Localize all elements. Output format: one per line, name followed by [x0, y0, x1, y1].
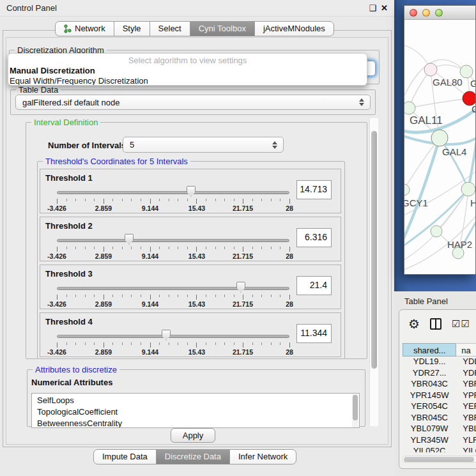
- minimize-traffic-light-icon[interactable]: [422, 9, 430, 17]
- float-window-icon[interactable]: ❑: [369, 3, 376, 13]
- dropdown-prompt: Select algorithm to view settings: [8, 54, 367, 65]
- tab-network[interactable]: Network: [55, 21, 114, 36]
- settings-scrollbar-track[interactable]: [369, 118, 378, 426]
- threshold-1-label: Threshold 1: [45, 173, 93, 183]
- table-row[interactable]: YIL052CYIL0: [403, 446, 476, 452]
- threshold-3-label: Threshold 3: [45, 269, 93, 279]
- tab-select[interactable]: Select: [150, 21, 190, 36]
- control-panel-title: Control Panel: [6, 3, 57, 13]
- node-label-h-partial: H: [470, 197, 475, 208]
- tab-cyni-toolbox[interactable]: Cyni Toolbox: [190, 21, 255, 36]
- threshold-2-box: Threshold 2 -3.426 2.859 9.144 15.43 21.…: [40, 217, 341, 261]
- network-view-window: GAL80 GA C GAL11 GAL4 GCY1 H HAP2: [404, 5, 476, 275]
- threshold-1-value-field[interactable]: 14.713: [296, 180, 332, 199]
- threshold-3-box: Threshold 3 -3.426 2.859 9.144 15.43 21.…: [40, 265, 341, 309]
- algorithm-dropdown-popup: Select algorithm to view settings Manual…: [8, 53, 367, 86]
- tab-jactivemnodules[interactable]: jActiveMNodules: [254, 21, 334, 36]
- table-row[interactable]: YBR043CYBR0: [403, 379, 476, 390]
- node-gcy1[interactable]: [404, 184, 410, 196]
- zoom-traffic-light-icon[interactable]: [435, 9, 443, 17]
- select-columns-icon[interactable]: ☑☑: [452, 318, 470, 330]
- node-h[interactable]: [461, 182, 475, 196]
- list-item[interactable]: TopologicalCoefficient: [37, 406, 359, 418]
- tick-label: 15.43: [188, 252, 205, 260]
- node-gal80[interactable]: [424, 63, 437, 76]
- tick-label: 2.859: [95, 300, 112, 308]
- tick-label: -3.426: [47, 204, 66, 212]
- attributes-list-scrollbar[interactable]: [352, 394, 358, 428]
- number-of-intervals-spinner[interactable]: 5: [123, 137, 284, 153]
- numerical-attributes-label: Numerical Attributes: [31, 378, 112, 387]
- dropdown-option-equal-width[interactable]: Equal Width/Frequency Discretization: [8, 75, 367, 86]
- apply-button[interactable]: Apply: [171, 428, 215, 443]
- threshold-4-box: Threshold 4 -3.426 2.859 9.144 15.43 21.…: [40, 312, 341, 357]
- table-panel-card: ⚙ ☑☑ shared... na YDL19...YDL1 YDR27...Y…: [399, 309, 476, 469]
- table-data-combobox[interactable]: galFiltered.sif default node: [15, 95, 371, 110]
- close-icon[interactable]: ✕: [381, 3, 388, 13]
- table-panel-title: Table Panel: [404, 296, 448, 306]
- tab-network-label: Network: [75, 24, 105, 33]
- tick-label: 15.43: [188, 204, 205, 212]
- thresholds-group-label: Threshold's Coordinates for 5 Intervals: [43, 157, 190, 166]
- threshold-2-label: Threshold 2: [45, 221, 93, 231]
- table-row[interactable]: YPR145WYPR1: [403, 390, 476, 402]
- network-nodes[interactable]: [404, 63, 475, 259]
- table-panel: Table Panel ⚙ ☑☑ shared... na YDL19...YD…: [394, 291, 476, 476]
- threshold-2-value-field[interactable]: 6.316: [296, 228, 332, 247]
- settings-scrollbar-thumb[interactable]: [371, 131, 377, 369]
- close-traffic-light-icon[interactable]: [410, 9, 417, 17]
- threshold-4-slider-thumb[interactable]: [162, 330, 171, 341]
- threshold-2-slider-thumb[interactable]: [125, 234, 134, 245]
- table-hscrollbar-track[interactable]: [402, 456, 476, 463]
- table-row[interactable]: YLR345WYLR3: [403, 435, 476, 447]
- column-header-shared-name[interactable]: shared...: [403, 343, 456, 357]
- node-gal11[interactable]: [404, 102, 415, 114]
- gear-icon[interactable]: ⚙: [408, 318, 420, 330]
- node-label-c-partial: C: [472, 104, 475, 114]
- attributes-group: Attributes to discretize Numerical Attri…: [27, 369, 365, 427]
- table-row[interactable]: YBR045CYBR0: [403, 413, 476, 424]
- number-of-intervals-label: Number of Intervals: [48, 141, 126, 150]
- node-top-right[interactable]: [460, 65, 473, 78]
- table-row[interactable]: YER054CYER0: [403, 401, 476, 413]
- table-row[interactable]: YDR27...YDR2: [403, 368, 476, 380]
- threshold-3-slider-thumb[interactable]: [236, 282, 245, 293]
- dropdown-option-manual[interactable]: Manual Discretization: [8, 65, 367, 75]
- tick-label: 9.144: [142, 252, 158, 260]
- threshold-1-slider-thumb[interactable]: [187, 186, 196, 197]
- threshold-1-box: Threshold 1 -3.426 2.859 9.144 15.43 21.…: [40, 169, 341, 213]
- top-tab-bar: Network Style Select Cyni Toolbox jActiv…: [55, 21, 334, 36]
- tick-label: -3.426: [47, 252, 66, 260]
- column-header-name[interactable]: na: [456, 343, 476, 357]
- node-label-gal4: GAL4: [442, 146, 466, 157]
- tab-infer-network[interactable]: Infer Network: [229, 449, 296, 464]
- tab-style[interactable]: Style: [114, 21, 150, 36]
- table-data-selected-value: galFiltered.sif default node: [22, 98, 119, 107]
- threshold-1-slider-track[interactable]: [57, 191, 289, 194]
- threshold-4-value-field[interactable]: 11.344: [296, 324, 332, 343]
- table-hscrollbar-thumb[interactable]: [404, 457, 474, 462]
- columns-icon[interactable]: [430, 318, 441, 330]
- node-gal4[interactable]: [431, 130, 448, 146]
- table-header-row: shared... na: [403, 343, 476, 357]
- tick-label: 9.144: [142, 348, 158, 356]
- node-hap2[interactable]: [431, 226, 442, 237]
- tick-label: 21.715: [233, 252, 253, 260]
- threshold-4-slider-track[interactable]: [57, 335, 289, 338]
- number-of-intervals-value: 5: [130, 140, 134, 150]
- node-label-hap2: HAP2: [447, 239, 472, 250]
- tab-discretize-data[interactable]: Discretize Data: [156, 449, 230, 464]
- tick-label: 28: [286, 300, 293, 308]
- tab-impute-data[interactable]: Impute Data: [93, 449, 157, 464]
- threshold-3-slider-track[interactable]: [57, 287, 289, 290]
- numerical-attributes-list[interactable]: SelfLoops TopologicalCoefficient Between…: [31, 393, 360, 428]
- threshold-2-slider-track[interactable]: [57, 239, 289, 242]
- tick-label: 2.859: [95, 348, 112, 356]
- threshold-3-value-field[interactable]: 21.4: [296, 276, 332, 295]
- table-row[interactable]: YBL079WYBL0: [403, 424, 476, 435]
- network-canvas[interactable]: GAL80 GA C GAL11 GAL4 GCY1 H HAP2: [404, 20, 475, 275]
- list-item[interactable]: BetweennessCentrality: [37, 418, 359, 428]
- node-label-g-partial: GA: [470, 78, 475, 89]
- table-row[interactable]: YDL19...YDL1: [403, 357, 476, 368]
- list-item[interactable]: SelfLoops: [37, 395, 359, 406]
